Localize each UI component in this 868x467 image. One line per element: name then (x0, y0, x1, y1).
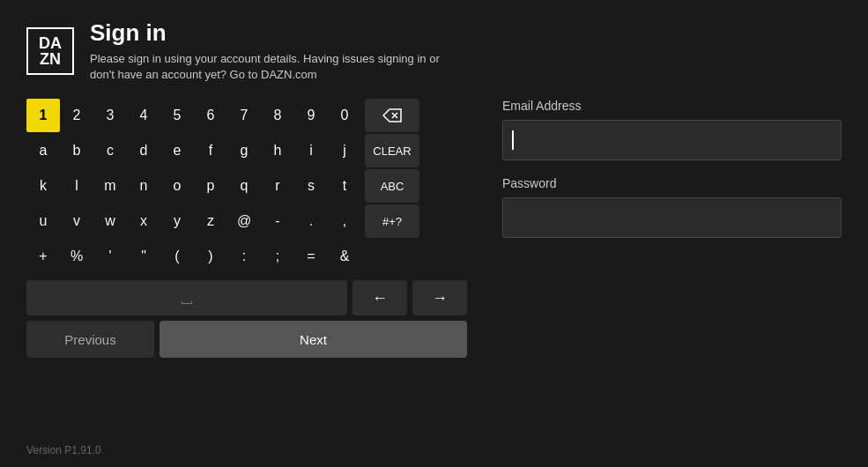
next-button[interactable]: Next (160, 321, 467, 358)
key-4[interactable]: 4 (127, 99, 160, 132)
key-o[interactable]: o (160, 169, 194, 203)
keyboard-row-uz: u v w x y z @ - . , #+? (26, 204, 467, 238)
dazn-logo: DAZN (26, 27, 74, 75)
keyboard-bottom: ⎵ ← → Previous Next (26, 280, 467, 358)
key-r[interactable]: r (261, 169, 294, 203)
key-openparen[interactable]: ( (160, 240, 194, 273)
key-7[interactable]: 7 (227, 99, 261, 132)
email-input[interactable] (502, 120, 842, 160)
key-0[interactable]: 0 (328, 99, 361, 132)
keyboard-row-numbers: 1 2 3 4 5 6 7 8 9 0 (26, 99, 467, 132)
key-t[interactable]: t (328, 169, 361, 203)
right-panel: Email Address Password (502, 99, 842, 358)
logo-text: DAZN (39, 35, 62, 67)
clear-button[interactable]: CLEAR (365, 134, 419, 167)
key-i[interactable]: i (294, 134, 328, 167)
key-q[interactable]: q (227, 169, 261, 203)
header-info: Sign in Please sign in using your accoun… (90, 19, 442, 83)
keyboard-row-kt: k l m n o p q r s t ABC (26, 169, 467, 203)
spacebar-button[interactable]: ⎵ (26, 280, 347, 315)
key-quote[interactable]: " (127, 240, 160, 273)
key-s[interactable]: s (294, 169, 328, 203)
key-p[interactable]: p (194, 169, 227, 203)
main-layout: 1 2 3 4 5 6 7 8 9 0 a b c d e (0, 99, 868, 358)
key-at[interactable]: @ (227, 204, 261, 238)
key-3[interactable]: 3 (93, 99, 127, 132)
key-v[interactable]: v (60, 204, 93, 238)
key-semicolon[interactable]: ; (261, 240, 294, 273)
key-z[interactable]: z (194, 204, 227, 238)
arrow-right-button[interactable]: → (412, 280, 467, 315)
key-m[interactable]: m (93, 169, 127, 203)
key-j[interactable]: j (328, 134, 361, 167)
key-y[interactable]: y (160, 204, 194, 238)
symbols-button[interactable]: #+? (365, 204, 419, 238)
key-closeparen[interactable]: ) (194, 240, 227, 273)
keyboard-row-special: + % ' " ( ) : ; = & (26, 240, 467, 273)
backspace-button[interactable] (365, 99, 419, 132)
password-input[interactable] (502, 197, 842, 238)
key-k[interactable]: k (26, 169, 60, 203)
abc-button[interactable]: ABC (365, 169, 419, 203)
key-plus[interactable]: + (26, 240, 60, 273)
key-e[interactable]: e (160, 134, 194, 167)
page-title: Sign in (90, 19, 442, 47)
key-5[interactable]: 5 (160, 99, 194, 132)
key-comma[interactable]: , (328, 204, 361, 238)
page-description: Please sign in using your account detail… (90, 51, 442, 83)
key-2[interactable]: 2 (60, 99, 93, 132)
nav-row: Previous Next (26, 321, 467, 358)
key-colon[interactable]: : (227, 240, 261, 273)
previous-button[interactable]: Previous (26, 321, 154, 358)
key-8[interactable]: 8 (261, 99, 294, 132)
text-cursor (512, 130, 514, 150)
key-period[interactable]: . (294, 204, 328, 238)
key-n[interactable]: n (127, 169, 160, 203)
key-dash[interactable]: - (261, 204, 294, 238)
spacebar-row: ⎵ ← → (26, 280, 467, 315)
version-text: Version P1.91.0 (26, 444, 101, 456)
key-equals[interactable]: = (294, 240, 328, 273)
key-u[interactable]: u (26, 204, 60, 238)
key-9[interactable]: 9 (294, 99, 328, 132)
key-a[interactable]: a (26, 134, 60, 167)
email-label: Email Address (502, 99, 842, 113)
header: DAZN Sign in Please sign in using your a… (0, 0, 868, 99)
key-b[interactable]: b (60, 134, 93, 167)
key-percent[interactable]: % (60, 240, 93, 273)
key-1[interactable]: 1 (26, 99, 60, 132)
key-6[interactable]: 6 (194, 99, 227, 132)
key-l[interactable]: l (60, 169, 93, 203)
keyboard-area: 1 2 3 4 5 6 7 8 9 0 a b c d e (26, 99, 467, 358)
key-ampersand[interactable]: & (328, 240, 361, 273)
password-label: Password (502, 176, 842, 190)
key-g[interactable]: g (227, 134, 261, 167)
key-c[interactable]: c (93, 134, 127, 167)
key-f[interactable]: f (194, 134, 227, 167)
key-h[interactable]: h (261, 134, 294, 167)
key-w[interactable]: w (93, 204, 127, 238)
key-x[interactable]: x (127, 204, 160, 238)
arrow-left-button[interactable]: ← (352, 280, 407, 315)
key-apostrophe[interactable]: ' (93, 240, 127, 273)
key-d[interactable]: d (127, 134, 160, 167)
keyboard-row-aj: a b c d e f g h i j CLEAR (26, 134, 467, 167)
